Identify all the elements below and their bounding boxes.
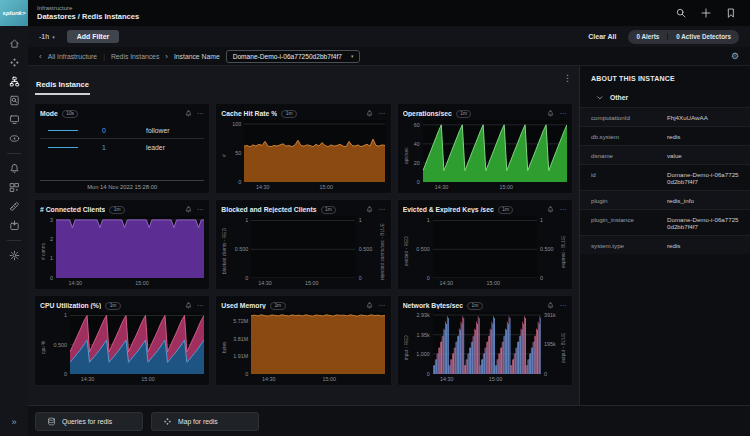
sidebar-item-infrastructure[interactable] xyxy=(8,75,20,87)
chevron-down-icon: ▾ xyxy=(351,53,354,59)
footer-tab-queries-for-redis[interactable]: Queries for redis xyxy=(35,412,143,431)
y-tick-label: 1 xyxy=(359,217,362,223)
queries-icon xyxy=(47,417,56,426)
chart-plot[interactable] xyxy=(433,312,541,374)
chart-menu-icon[interactable]: ⋯ xyxy=(378,206,386,214)
sidebar-item-settings[interactable] xyxy=(8,249,20,261)
bell-icon[interactable] xyxy=(366,206,373,213)
breadcrumb-all-infrastructure[interactable]: All Infrastructure xyxy=(48,53,97,60)
chart-menu-icon[interactable]: ⋯ xyxy=(559,302,567,310)
sidebar-item-home[interactable] xyxy=(8,37,20,49)
chart-plot[interactable] xyxy=(56,216,204,278)
sidebar-item-alerts[interactable] xyxy=(8,162,20,174)
sidebar-item-apm[interactable] xyxy=(8,56,20,68)
chart-title: CPU Utilization (%) xyxy=(40,302,101,309)
chart-menu-icon[interactable]: ⋯ xyxy=(559,110,567,118)
chart-plot[interactable] xyxy=(251,312,385,374)
tab-redis-instance[interactable]: Redis Instance xyxy=(35,79,90,95)
bell-icon[interactable] xyxy=(185,206,192,213)
y-axis-label-right: expired - BLUE xyxy=(560,216,567,287)
y-tick-label: 0 xyxy=(245,275,248,281)
chart-menu-icon[interactable]: ⋯ xyxy=(197,110,205,118)
y-tick-label: 2 xyxy=(50,236,53,242)
bell-icon[interactable] xyxy=(547,302,554,309)
chart-menu-icon[interactable]: ⋯ xyxy=(378,110,386,118)
y-tick-label: 0 xyxy=(540,275,543,281)
resolution-badge: 10s xyxy=(62,110,79,118)
y-tick-label: 0 xyxy=(64,371,67,377)
about-key: dsname xyxy=(591,152,667,159)
about-value: Fhj4XuUAwAA xyxy=(667,114,739,121)
mode-row: 0 follower xyxy=(40,122,204,139)
sidebar-divider xyxy=(7,240,21,241)
about-row: system.type redis xyxy=(580,235,750,254)
y-ticks-left: 00.5001 xyxy=(228,216,251,278)
bell-icon[interactable] xyxy=(547,206,554,213)
x-ticks: 14:3015:00 xyxy=(433,374,541,383)
bell-icon[interactable] xyxy=(547,110,554,117)
chart-plot[interactable] xyxy=(433,216,537,278)
about-key: plugin xyxy=(591,197,667,204)
x-ticks: 14:3015:00 xyxy=(244,182,385,191)
search-icon[interactable] xyxy=(676,8,686,18)
create-icon[interactable] xyxy=(701,8,711,18)
time-range-picker[interactable]: -1h ▾ xyxy=(39,33,55,40)
back-chevron-icon[interactable]: ‹ xyxy=(39,52,42,61)
chart-grid: Mode 10s ⋯ 0 follower 1 leader Mon 14 No… xyxy=(34,103,573,386)
y-tick-label: 5.72M xyxy=(233,318,248,324)
chart-card-used-memory: Used Memory 1m ⋯ bytes 01.91M3.81M5.72M … xyxy=(215,295,391,386)
add-filter-button[interactable]: Add Filter xyxy=(67,30,120,43)
breadcrumb-redis-instances[interactable]: Redis Instances xyxy=(111,53,159,60)
bell-icon[interactable] xyxy=(366,302,373,309)
y-tick-label: 0.500 xyxy=(359,246,373,252)
bell-icon[interactable] xyxy=(185,302,192,309)
active-detectors-badge[interactable]: 0 Active Detectors xyxy=(667,33,739,40)
y-tick-label: 1 xyxy=(245,217,248,223)
about-row: plugin redis_info xyxy=(580,190,750,209)
breadcrumb-divider: | xyxy=(103,53,105,60)
y-axis-label-left: ops/sec xyxy=(403,120,410,191)
chart-menu-icon[interactable]: ⋯ xyxy=(378,302,386,310)
chart-plot[interactable] xyxy=(423,120,567,182)
bell-icon[interactable] xyxy=(185,110,192,117)
chart-menu-icon[interactable]: ⋯ xyxy=(559,206,567,214)
y-ticks-left: 0204060 xyxy=(410,120,423,182)
chart-plot[interactable] xyxy=(244,120,385,182)
chart-plot[interactable] xyxy=(70,312,204,374)
y-tick-label: 50 xyxy=(235,150,241,156)
bookmark-icon[interactable] xyxy=(726,8,736,18)
sidebar-item-metrics[interactable] xyxy=(8,181,20,193)
sidebar-expand-button[interactable]: » xyxy=(11,417,16,427)
splunk-logo[interactable]: splunk> xyxy=(0,0,28,26)
x-tick-label: 14:30 xyxy=(256,184,270,190)
instance-select-dropdown[interactable]: Domane-Demo-i-06a77250d2bb7f4f7 ▾ xyxy=(226,50,361,63)
sidebar-item-dashboards[interactable] xyxy=(8,113,20,125)
clear-all-button[interactable]: Clear All xyxy=(588,33,616,40)
sidebar-item-rum[interactable] xyxy=(8,132,20,144)
sidebar-item-log-observer[interactable] xyxy=(8,94,20,106)
mode-value: 0 xyxy=(78,127,130,134)
chart-plot[interactable] xyxy=(251,216,355,278)
gear-icon[interactable]: ⚙ xyxy=(731,51,739,61)
footer-tab-map-for-redis[interactable]: Map for redis xyxy=(151,412,259,431)
bell-icon[interactable] xyxy=(366,110,373,117)
y-tick-label: 20 xyxy=(414,160,420,166)
y-ticks-left: 00.5001 xyxy=(410,216,433,278)
x-tick-label: 15:00 xyxy=(486,280,500,286)
y-tick-label: 3.81M xyxy=(233,336,248,342)
about-group-other[interactable]: Other xyxy=(580,91,750,107)
alerts-count-badge[interactable]: 0 Alerts xyxy=(628,33,667,40)
x-tick-label: 14:30 xyxy=(262,376,276,382)
breadcrumb: ‹ All Infrastructure | Redis Instances ›… xyxy=(28,47,750,66)
kebab-menu-icon[interactable]: ⋮ xyxy=(563,73,572,83)
y-tick-label: 1,000 xyxy=(416,351,430,357)
chart-menu-icon[interactable]: ⋯ xyxy=(197,302,205,310)
chart-card-evicted-expired-keys-sec: Evicted & Expired Keys /sec 1m ⋯ evicted… xyxy=(397,199,573,290)
dashboard-main: Redis Instance ⋮ Mode 10s ⋯ 0 follower 1… xyxy=(28,66,580,405)
bottom-bar: Queries for redis Map for redis xyxy=(28,405,750,436)
chart-menu-icon[interactable]: ⋯ xyxy=(197,206,205,214)
sidebar-item-integrations[interactable] xyxy=(8,219,20,231)
about-value: redis xyxy=(667,242,739,249)
chart-title: Evicted & Expired Keys /sec xyxy=(403,206,494,213)
sidebar-item-data-setup[interactable] xyxy=(8,200,20,212)
